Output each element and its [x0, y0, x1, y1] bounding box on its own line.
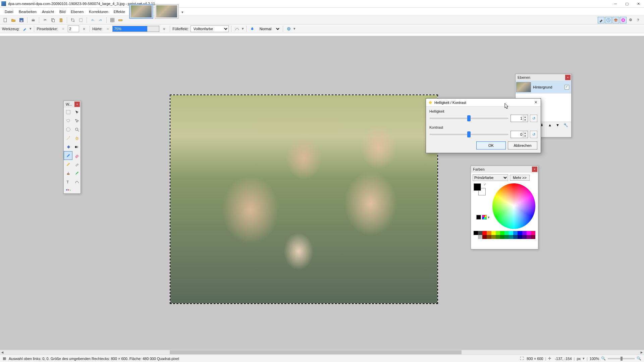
menu-edit[interactable]: Bearbeiten — [16, 9, 39, 15]
menu-adjustments[interactable]: Korrekturen — [86, 9, 111, 15]
layer-visibility-checkbox[interactable] — [565, 85, 569, 89]
antialias-icon[interactable] — [234, 25, 240, 32]
spin-down-icon[interactable]: ▼ — [523, 118, 527, 121]
scrollbar-thumb[interactable] — [170, 350, 462, 354]
dialog-close-icon[interactable]: ✕ — [531, 99, 541, 106]
default-black-swatch[interactable] — [476, 215, 481, 220]
panel-colors-toggle[interactable] — [620, 17, 627, 23]
brush-decrease-icon[interactable]: − — [60, 25, 66, 32]
tool-lasso[interactable] — [64, 116, 72, 125]
status-unit[interactable]: px — [577, 357, 581, 361]
tool-pan[interactable] — [72, 134, 81, 142]
layers-panel-title[interactable]: Ebenen × — [516, 74, 571, 81]
open-icon[interactable] — [10, 17, 17, 23]
layers-panel-close[interactable]: × — [565, 75, 571, 80]
contrast-slider[interactable] — [429, 134, 508, 135]
maximize-button[interactable]: ▢ — [621, 0, 633, 7]
spin-down-icon[interactable]: ▼ — [523, 134, 527, 137]
paste-icon[interactable] — [58, 17, 64, 23]
blend-mode-select[interactable]: Normal — [257, 25, 280, 32]
canvas[interactable] — [170, 95, 438, 304]
document-tab-2[interactable] — [155, 4, 179, 19]
contrast-input[interactable]: ▲▼ — [511, 131, 528, 138]
horizontal-scrollbar[interactable]: ◄ ► — [0, 350, 644, 355]
tool-rectangle-select[interactable] — [64, 108, 72, 116]
fill-select[interactable]: Volltonfarbe — [191, 25, 229, 32]
more-button[interactable]: Mehr >> — [510, 175, 530, 181]
menu-view[interactable]: Ansicht — [39, 9, 57, 15]
merge-down-icon[interactable]: ⬇ — [540, 123, 547, 130]
tool-recolor[interactable] — [72, 169, 81, 177]
scroll-left-icon[interactable]: ◄ — [0, 350, 5, 355]
tool-color-picker[interactable] — [72, 160, 81, 169]
colors-panel-title[interactable]: Farben × — [471, 166, 538, 173]
hardness-decrease-icon[interactable]: − — [104, 25, 111, 32]
palette-strip[interactable] — [474, 231, 535, 241]
blend-icon[interactable] — [249, 25, 256, 32]
tool-move-selection[interactable] — [72, 108, 81, 116]
tool-move-pixels[interactable] — [72, 116, 81, 125]
zoom-in-icon[interactable]: 🔍 — [637, 356, 641, 361]
chevron-down-icon[interactable]: ▾ — [488, 215, 490, 220]
layer-row[interactable]: Hintergrund — [516, 81, 571, 94]
panel-tools-toggle[interactable] — [598, 17, 604, 23]
move-down-icon[interactable]: ▼ — [556, 123, 562, 130]
document-tab-active[interactable] — [129, 4, 153, 19]
cancel-button[interactable]: Abbrechen — [508, 141, 537, 149]
zoom-slider[interactable] — [608, 358, 635, 359]
brightness-input[interactable]: ▲▼ — [511, 115, 528, 122]
ok-button[interactable]: OK — [476, 141, 506, 149]
swap-colors-icon[interactable]: ⤢ — [484, 183, 486, 186]
color-swatches[interactable]: ⤢ — [474, 183, 486, 195]
spin-up-icon[interactable]: ▲ — [523, 115, 527, 118]
redo-icon[interactable] — [97, 17, 104, 23]
spin-up-icon[interactable]: ▲ — [523, 131, 527, 134]
menu-file[interactable]: Datei — [2, 9, 16, 15]
menu-effects[interactable]: Effekte — [111, 9, 128, 15]
tool-line[interactable] — [72, 177, 81, 186]
zoom-out-icon[interactable]: 🔍 — [601, 356, 606, 361]
deselect-icon[interactable] — [77, 17, 84, 23]
close-button[interactable]: ✕ — [633, 0, 644, 7]
contrast-reset-icon[interactable]: ↺ — [530, 131, 537, 138]
panel-layers-toggle[interactable] — [612, 17, 619, 23]
foreground-swatch[interactable] — [474, 183, 481, 191]
tools-panel-close[interactable]: × — [74, 102, 80, 107]
copy-icon[interactable] — [50, 17, 56, 23]
tool-paint-bucket[interactable] — [64, 142, 72, 151]
layer-properties-icon[interactable]: 🔧 — [564, 123, 570, 130]
ruler-icon[interactable] — [117, 17, 124, 23]
move-up-icon[interactable]: ▲ — [548, 123, 555, 130]
tool-clone-stamp[interactable] — [64, 169, 72, 177]
chevron-down-icon[interactable]: ▾ — [181, 10, 185, 13]
settings-icon[interactable]: ⚙ — [627, 17, 634, 23]
tool-magic-wand[interactable] — [64, 134, 72, 142]
tool-zoom[interactable] — [72, 125, 81, 134]
menu-layers[interactable]: Ebenen — [68, 9, 86, 15]
overwrite-icon[interactable] — [285, 25, 292, 32]
grid-icon[interactable] — [109, 17, 116, 23]
tools-panel-title[interactable]: W... × — [64, 101, 80, 108]
tool-dropdown-icon[interactable] — [21, 25, 28, 32]
tool-eraser[interactable] — [72, 151, 81, 160]
tool-paintbrush[interactable] — [64, 151, 72, 160]
minimize-button[interactable]: ─ — [610, 0, 621, 7]
undo-icon[interactable] — [89, 17, 96, 23]
dialog-titlebar[interactable]: Helligkeit / Kontrast ✕ — [426, 99, 541, 107]
brightness-slider[interactable] — [429, 118, 508, 119]
tool-ellipse-select[interactable] — [64, 125, 72, 134]
brightness-reset-icon[interactable]: ↺ — [530, 115, 537, 122]
color-wheel[interactable] — [492, 183, 535, 229]
tool-text[interactable]: T — [64, 177, 72, 186]
color-mode-select[interactable]: Primärfarbe — [473, 174, 508, 181]
brush-increase-icon[interactable]: + — [80, 25, 87, 32]
hardness-slider[interactable]: 75% — [112, 26, 159, 32]
cut-icon[interactable]: ✂ — [42, 17, 48, 23]
print-icon[interactable] — [30, 17, 37, 23]
palette-icon[interactable] — [482, 215, 487, 220]
new-icon[interactable] — [2, 17, 9, 23]
scroll-right-icon[interactable]: ► — [639, 350, 644, 355]
colors-panel-close[interactable]: × — [532, 167, 537, 172]
hardness-increase-icon[interactable]: + — [161, 25, 167, 32]
tool-shapes[interactable] — [64, 186, 72, 193]
